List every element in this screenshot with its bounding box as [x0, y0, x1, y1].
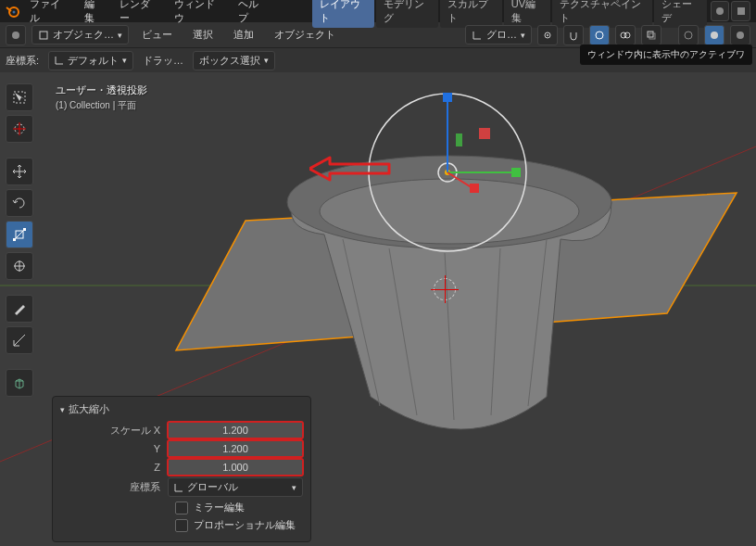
orientation-dropdown[interactable]: グロ… ▾ — [465, 25, 532, 44]
scale-x-label: スケール X — [60, 424, 168, 438]
panel-toggle[interactable]: ▾ 拡大縮小 — [60, 402, 303, 416]
mirror-checkbox[interactable] — [175, 502, 188, 514]
viewport-overlay-text: ユーザー・透視投影 (1) Collection | 平面 — [56, 83, 147, 112]
tab-texpaint[interactable]: テクスチャペイント — [552, 0, 652, 28]
shading-wire-icon[interactable] — [678, 25, 699, 45]
overlay-toggle-icon[interactable] — [615, 25, 636, 45]
svg-rect-33 — [511, 168, 521, 177]
axis-icon — [55, 56, 64, 65]
menu-select[interactable]: 選択 — [185, 25, 220, 44]
collection-label: (1) Collection | 平面 — [56, 99, 147, 112]
tool-cursor[interactable] — [6, 115, 33, 143]
orient-value: グローバル — [187, 480, 238, 494]
blender-logo — [6, 4, 20, 19]
proportional-icon[interactable] — [589, 25, 610, 45]
svg-point-3 — [716, 7, 724, 15]
mirror-label: ミラー編集 — [194, 501, 245, 514]
scale-y-field[interactable]: 1.200 — [168, 440, 303, 457]
shading-matprev-icon[interactable] — [730, 25, 750, 45]
tool-annotate[interactable] — [6, 295, 33, 323]
viewport-3d[interactable]: ユーザー・透視投影 (1) Collection | 平面 ▾ 拡大縮小 スケー… — [0, 72, 756, 546]
tool-add-cube[interactable] — [6, 369, 33, 397]
chevron-down-icon: ▾ — [264, 56, 269, 65]
svg-rect-45 — [13, 238, 16, 241]
viewlayer-icon[interactable] — [731, 1, 750, 21]
shading-solid-icon[interactable] — [704, 25, 724, 45]
tool-measure[interactable] — [6, 326, 33, 354]
select-mode-dropdown[interactable]: ボックス選択 ▾ — [193, 51, 275, 70]
tool-select-box[interactable] — [6, 83, 33, 111]
scale-z-label: Z — [60, 462, 168, 473]
mode-label: オブジェク… — [53, 28, 114, 42]
top-menu-bar: ファイル 編集 レンダー ウィンドウ ヘルプ レイアウト モデリング スカルプト… — [0, 0, 756, 22]
menu-file[interactable]: ファイル — [22, 0, 75, 28]
orient-dropdown[interactable]: グローバル ▾ — [168, 477, 303, 497]
svg-point-21 — [320, 179, 579, 244]
menu-render[interactable]: レンダー — [112, 0, 165, 28]
chevron-down-icon: ▾ — [521, 31, 525, 40]
svg-rect-12 — [648, 32, 653, 37]
svg-point-16 — [737, 32, 744, 39]
svg-rect-13 — [649, 33, 655, 39]
tab-sculpt[interactable]: スカルプト — [440, 0, 502, 28]
svg-point-9 — [596, 32, 603, 39]
svg-point-8 — [547, 34, 548, 36]
mode-dropdown[interactable]: オブジェク… ▾ — [32, 25, 129, 44]
proportional-label: プロポーショナル編集 — [194, 518, 296, 532]
orient-label: 座標系 — [60, 480, 168, 494]
tab-modeling[interactable]: モデリング — [376, 0, 438, 28]
svg-rect-36 — [479, 128, 490, 139]
proportional-checkbox[interactable] — [175, 519, 188, 532]
chevron-down-icon: ▾ — [122, 56, 127, 65]
pivot-icon[interactable] — [537, 25, 558, 45]
svg-rect-37 — [456, 133, 462, 146]
coord-label: 座標系: — [6, 54, 39, 68]
chevron-down-icon: ▾ — [118, 31, 122, 40]
svg-rect-35 — [470, 184, 479, 193]
chevron-down-icon: ▾ — [292, 483, 296, 492]
tool-move[interactable] — [6, 158, 33, 185]
orientation-icon — [472, 30, 483, 41]
tab-layout[interactable]: レイアウト — [312, 0, 374, 28]
annotation-arrow — [309, 156, 393, 182]
coord-value: デフォルト — [68, 54, 119, 68]
select-mode-label: ボックス選択 — [199, 54, 260, 68]
menu-window[interactable]: ウィンドウ — [167, 0, 229, 28]
tool-scale[interactable] — [6, 221, 33, 248]
menu-help[interactable]: ヘルプ — [231, 0, 274, 28]
coord-dropdown[interactable]: デフォルト ▾ — [48, 51, 133, 70]
svg-point-5 — [12, 32, 19, 39]
snap-icon[interactable] — [563, 25, 584, 45]
scene-dropdown-icon[interactable] — [711, 1, 730, 21]
editor-type-icon[interactable] — [6, 25, 26, 45]
svg-marker-38 — [309, 158, 389, 180]
operator-panel: ▾ 拡大縮小 スケール X 1.200 Y 1.200 Z 1.000 座標系 … — [52, 396, 311, 542]
menu-edit[interactable]: 編集 — [77, 0, 110, 28]
object-mode-icon — [38, 30, 49, 41]
drag-label: ドラッ… — [143, 54, 183, 68]
svg-rect-46 — [23, 228, 26, 231]
menu-object[interactable]: オブジェクト — [267, 25, 343, 44]
menu-view[interactable]: ビュー — [134, 25, 180, 44]
scale-x-field[interactable]: 1.200 — [168, 422, 303, 438]
svg-point-15 — [711, 32, 718, 39]
tab-uv[interactable]: UV編集 — [504, 0, 551, 28]
svg-rect-4 — [737, 7, 745, 15]
svg-point-1 — [13, 11, 16, 14]
scale-z-field[interactable]: 1.000 — [168, 459, 303, 476]
tool-rotate[interactable] — [6, 189, 33, 217]
tool-shelf — [6, 83, 33, 397]
svg-point-14 — [685, 32, 692, 39]
tab-shading[interactable]: シェーデ — [654, 0, 707, 28]
xray-icon[interactable] — [641, 25, 662, 45]
tooltip: ウィンドウ内に表示中のアクティブワ — [580, 44, 752, 65]
orientation-label: グロ… — [486, 28, 517, 42]
projection-label: ユーザー・透視投影 — [56, 83, 147, 97]
tool-transform[interactable] — [6, 252, 33, 280]
panel-title-label: 拡大縮小 — [69, 402, 109, 416]
scale-y-label: Y — [60, 443, 168, 454]
svg-rect-31 — [443, 93, 452, 102]
menu-add[interactable]: 追加 — [226, 25, 261, 44]
axis-icon — [174, 483, 183, 492]
svg-rect-6 — [40, 32, 47, 39]
